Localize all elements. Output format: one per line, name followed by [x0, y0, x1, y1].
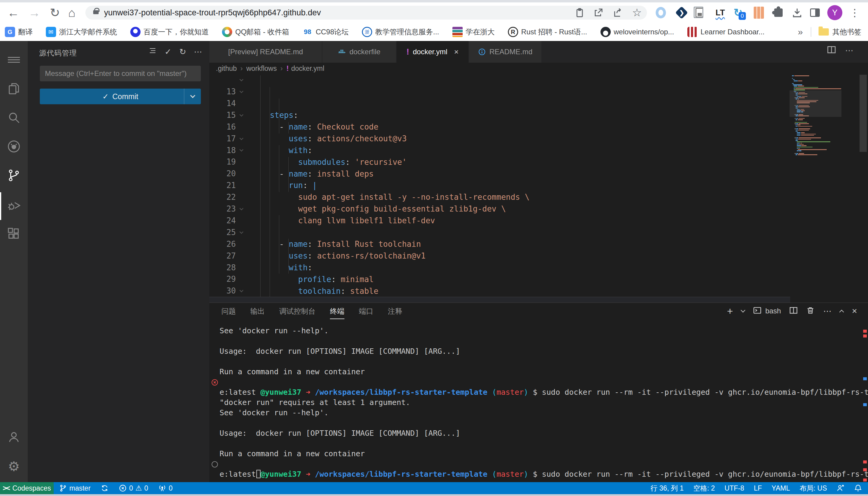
fold-chevron-icon[interactable]	[239, 230, 243, 234]
indentation[interactable]: 空格: 2	[693, 484, 715, 493]
fold-chevron-icon[interactable]	[239, 113, 243, 117]
downloads-icon[interactable]	[791, 6, 804, 19]
sync-extension-icon[interactable]: ↻0	[731, 6, 745, 19]
bookmarks-overflow-icon[interactable]: »	[798, 27, 803, 37]
account-icon[interactable]	[0, 423, 28, 451]
breadcrumb-item[interactable]: docker.yml	[291, 64, 324, 73]
panel-tab-注释[interactable]: 注释	[388, 307, 402, 316]
split-terminal-icon[interactable]	[789, 306, 798, 316]
code-line-31[interactable]: 31 - name: Cache rust	[209, 285, 790, 297]
code-line-24[interactable]: 24 - name: Install Rust toolchain	[209, 203, 790, 215]
panel-more-icon[interactable]: ⋯	[823, 306, 832, 316]
panel-tab-问题[interactable]: 问题	[221, 307, 236, 316]
explorer-icon[interactable]	[0, 75, 28, 103]
bookmark-item[interactable]: Learner Dashboar...	[687, 27, 765, 37]
tab-dockerfile[interactable]: dockerfile	[323, 41, 396, 63]
kill-terminal-icon[interactable]	[806, 306, 814, 316]
terminal-dropdown-icon[interactable]	[741, 308, 746, 313]
close-panel-icon[interactable]: ×	[852, 306, 857, 316]
code-line-29[interactable]: 29 override: true	[209, 262, 790, 273]
extension-pages-icon[interactable]	[693, 6, 706, 19]
menu-hamburger-icon[interactable]	[0, 46, 28, 74]
tab-docker.yml[interactable]: !docker.yml ×	[396, 41, 469, 63]
tab-README.md[interactable]: README.md	[469, 41, 542, 63]
fold-chevron-icon[interactable]	[239, 77, 243, 81]
keyboard-layout[interactable]: 布局: US	[799, 484, 827, 493]
terminal-content[interactable]: See 'docker run --help'.Usage: docker ru…	[220, 326, 868, 479]
eol[interactable]: LF	[754, 484, 762, 492]
bookmark-item[interactable]: 百度一下，你就知道	[130, 27, 209, 37]
source-control-icon[interactable]	[0, 161, 28, 189]
search-icon[interactable]	[0, 104, 28, 131]
new-terminal-icon[interactable]: +	[727, 307, 733, 315]
panel-tab-调试控制台[interactable]: 调试控制台	[279, 307, 315, 316]
url-text[interactable]: yunwei37-potential-space-trout-rpr5qwj66…	[104, 6, 321, 19]
panel-tab-输出[interactable]: 输出	[250, 307, 265, 316]
tab-[Preview] README.md[interactable]: [Preview] README.md	[209, 41, 323, 63]
share-icon[interactable]	[611, 6, 626, 19]
github-icon[interactable]	[0, 133, 28, 160]
extension-blue-ring-icon[interactable]	[654, 6, 668, 19]
bookmark-item[interactable]: G 翻译	[5, 27, 33, 37]
clipboard-icon[interactable]	[572, 6, 587, 19]
commit-button[interactable]: ✓ Commit	[40, 89, 201, 104]
bash-terminal-icon[interactable]	[753, 306, 762, 316]
code-line-22[interactable]: 22 clang llvm libelf1 libelf-dev	[209, 180, 790, 191]
code-line-27[interactable]: 27 profile: minimal	[209, 238, 790, 250]
notifications-bell-icon[interactable]	[854, 484, 862, 492]
code-line-20[interactable]: 20 sudo apt-get install -y --no-install-…	[209, 156, 790, 168]
extension-navy-icon[interactable]: ❯	[675, 6, 688, 19]
bookmark-item[interactable]: ✉ 浙江大学邮件系统	[46, 27, 117, 37]
code-line-17[interactable]: 17 submodules: 'recursive'	[209, 121, 790, 133]
problems-indicator[interactable]: 0 ⚠ 0	[119, 484, 148, 492]
commit-message-input[interactable]	[40, 66, 201, 81]
fold-chevron-icon[interactable]	[239, 136, 243, 140]
code-line-28[interactable]: 28 toolchain: stable	[209, 250, 790, 262]
bookmark-star-icon[interactable]: ☆	[630, 6, 644, 19]
extensions-icon[interactable]	[0, 220, 28, 248]
encoding[interactable]: UTF-8	[724, 484, 744, 492]
code-line-18[interactable]: 18 - name: install deps	[209, 133, 790, 145]
code-line-14[interactable]: 14 - name: Checkout code	[209, 86, 790, 98]
other-bookmarks[interactable]: 其他书签	[833, 27, 862, 37]
code-line-19[interactable]: 19 run: |	[209, 144, 790, 156]
fold-chevron-icon[interactable]	[239, 148, 243, 152]
breadcrumb[interactable]: .github› workflows›! docker.yml	[209, 63, 868, 74]
bookmark-item[interactable]: 98 CC98论坛	[302, 27, 349, 37]
code-line-26[interactable]: 26 with:	[209, 227, 790, 238]
commit-dropdown[interactable]	[184, 89, 201, 104]
extension-columns-icon[interactable]	[752, 6, 765, 19]
code-editor[interactable]: 13 steps: 14 - name: Checkout code 15 us…	[209, 74, 790, 303]
profile-avatar[interactable]: Y	[827, 5, 842, 20]
bookmark-item[interactable]: 浙 教学管理信息服务...	[362, 27, 439, 37]
commit-check-icon[interactable]: ✓	[165, 47, 171, 57]
code-line-16[interactable]: 16 with:	[209, 109, 790, 121]
home-icon[interactable]: ⌂	[64, 5, 80, 20]
bookmark-item[interactable]: R Rust 招聘 - Rust语...	[508, 27, 587, 37]
cursor-position[interactable]: 行 36, 列 1	[650, 484, 684, 493]
minimap-slider[interactable]	[790, 90, 841, 117]
breadcrumb-item[interactable]: workflows	[246, 64, 277, 73]
languagetool-icon[interactable]: LT	[714, 6, 727, 19]
fold-chevron-icon[interactable]	[239, 206, 243, 210]
editor-scrollbar[interactable]	[859, 75, 867, 152]
split-editor-icon[interactable]	[827, 45, 836, 56]
sync-indicator[interactable]	[101, 484, 108, 492]
view-as-list-icon[interactable]	[148, 46, 157, 57]
back-icon[interactable]: ←	[5, 5, 21, 20]
code-line-13[interactable]: 13 steps:	[209, 74, 790, 86]
reload-icon[interactable]: ↻	[47, 5, 63, 20]
code-line-25[interactable]: 25 uses: actions-rs/toolchain@v1	[209, 215, 790, 227]
panel-tab-端口[interactable]: 端口	[359, 307, 373, 316]
ports-indicator[interactable]: 0	[158, 484, 173, 492]
extensions-puzzle-icon[interactable]	[772, 6, 785, 19]
code-line-21[interactable]: 21 wget pkg-config build-essential zlib1…	[209, 168, 790, 180]
fold-chevron-icon[interactable]	[239, 89, 243, 93]
more-actions-icon[interactable]: ⋯	[194, 47, 202, 57]
settings-gear-icon[interactable]: ⚙	[0, 452, 28, 480]
bookmark-item[interactable]: QQ邮箱 - 收件箱	[222, 27, 289, 37]
run-debug-icon[interactable]	[0, 191, 28, 218]
maximize-panel-icon[interactable]	[839, 309, 844, 314]
panel-tab-终端[interactable]: 终端	[330, 307, 344, 316]
code-line-15[interactable]: 15 uses: actions/checkout@v3	[209, 98, 790, 109]
